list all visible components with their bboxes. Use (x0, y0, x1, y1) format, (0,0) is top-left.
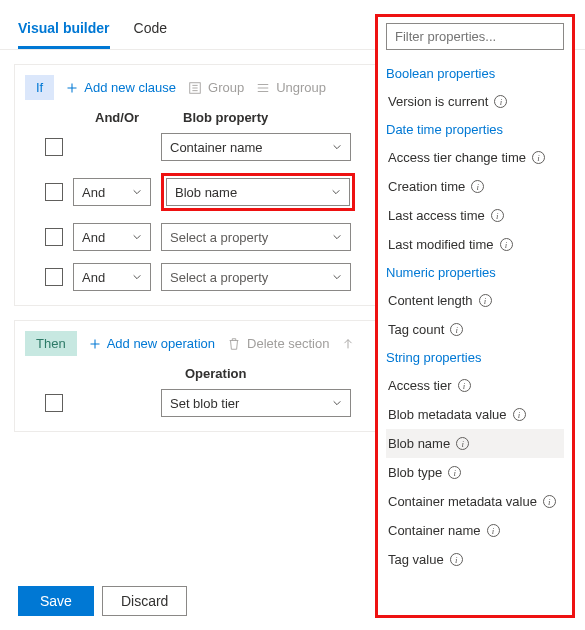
info-icon[interactable]: i (456, 437, 469, 450)
chevron-down-icon (132, 187, 142, 197)
plus-icon (66, 82, 78, 94)
dropdown-item[interactable]: Version is currenti (386, 87, 564, 116)
delete-section-button[interactable]: Delete section (227, 336, 329, 351)
chevron-down-icon (332, 142, 342, 152)
chevron-down-icon (132, 272, 142, 282)
info-icon[interactable]: i (471, 180, 484, 193)
dropdown-item-label: Access tier (388, 378, 452, 393)
dropdown-item-label: Last access time (388, 208, 485, 223)
info-icon[interactable]: i (448, 466, 461, 479)
info-icon[interactable]: i (494, 95, 507, 108)
save-button[interactable]: Save (18, 586, 94, 616)
dropdown-item-label: Access tier change time (388, 150, 526, 165)
dropdown-item-label: Container name (388, 523, 481, 538)
filter-properties-input[interactable] (386, 23, 564, 50)
dropdown-group-label: Numeric properties (386, 259, 564, 286)
property-value: Select a property (170, 230, 268, 245)
andor-select[interactable]: And (73, 223, 151, 251)
dropdown-group-label: Date time properties (386, 116, 564, 143)
row-checkbox[interactable] (45, 228, 63, 246)
info-icon[interactable]: i (450, 553, 463, 566)
dropdown-item-label: Version is current (388, 94, 488, 109)
header-andor: And/Or (95, 110, 183, 125)
info-icon[interactable]: i (450, 323, 463, 336)
dropdown-item-label: Tag count (388, 322, 444, 337)
property-value: Select a property (170, 270, 268, 285)
dropdown-item-label: Tag value (388, 552, 444, 567)
row-checkbox[interactable] (45, 183, 63, 201)
property-select[interactable]: Select a property (161, 223, 351, 251)
info-icon[interactable]: i (543, 495, 556, 508)
chevron-down-icon (332, 232, 342, 242)
property-value: Container name (170, 140, 263, 155)
ungroup-button[interactable]: Ungroup (256, 80, 326, 95)
dropdown-item[interactable]: Blob typei (386, 458, 564, 487)
info-icon[interactable]: i (513, 408, 526, 421)
discard-button[interactable]: Discard (102, 586, 187, 616)
if-pill: If (25, 75, 54, 100)
andor-value: And (82, 230, 105, 245)
dropdown-item[interactable]: Tag counti (386, 315, 564, 344)
andor-value: And (82, 270, 105, 285)
dropdown-item[interactable]: Blob metadata valuei (386, 400, 564, 429)
dropdown-item-label: Blob name (388, 436, 450, 451)
group-button[interactable]: Group (188, 80, 244, 95)
dropdown-item-label: Content length (388, 293, 473, 308)
dropdown-item[interactable]: Content lengthi (386, 286, 564, 315)
tab-visual-builder[interactable]: Visual builder (18, 20, 110, 49)
add-clause-label: Add new clause (84, 80, 176, 95)
group-icon (188, 81, 202, 95)
dropdown-item[interactable]: Last modified timei (386, 230, 564, 259)
chevron-down-icon (332, 272, 342, 282)
tab-code[interactable]: Code (134, 20, 167, 49)
dropdown-group-label: Boolean properties (386, 60, 564, 87)
info-icon[interactable]: i (500, 238, 513, 251)
property-select[interactable]: Select a property (161, 263, 351, 291)
info-icon[interactable]: i (487, 524, 500, 537)
property-value: Blob name (175, 185, 237, 200)
dropdown-item-label: Last modified time (388, 237, 494, 252)
dropdown-item[interactable]: Creation timei (386, 172, 564, 201)
property-select[interactable]: Container name (161, 133, 351, 161)
property-select[interactable]: Blob name (166, 178, 350, 206)
group-label: Group (208, 80, 244, 95)
row-checkbox[interactable] (45, 138, 63, 156)
dropdown-item[interactable]: Container namei (386, 516, 564, 545)
dropdown-item[interactable]: Container metadata valuei (386, 487, 564, 516)
info-icon[interactable]: i (491, 209, 504, 222)
trash-icon (227, 337, 241, 351)
move-up-button[interactable] (341, 337, 355, 351)
dropdown-item-label: Blob type (388, 465, 442, 480)
then-pill: Then (25, 331, 77, 356)
ungroup-label: Ungroup (276, 80, 326, 95)
dropdown-item-label: Container metadata value (388, 494, 537, 509)
property-dropdown-panel: Boolean propertiesVersion is currentiDat… (375, 14, 575, 618)
andor-select[interactable]: And (73, 263, 151, 291)
chevron-down-icon (331, 187, 341, 197)
dropdown-item[interactable]: Access tier change timei (386, 143, 564, 172)
chevron-down-icon (132, 232, 142, 242)
dropdown-item[interactable]: Blob namei (386, 429, 564, 458)
ungroup-icon (256, 81, 270, 95)
andor-select[interactable]: And (73, 178, 151, 206)
row-checkbox[interactable] (45, 268, 63, 286)
dropdown-item[interactable]: Tag valuei (386, 545, 564, 574)
plus-icon (89, 338, 101, 350)
info-icon[interactable]: i (479, 294, 492, 307)
operation-value: Set blob tier (170, 396, 239, 411)
chevron-down-icon (332, 398, 342, 408)
dropdown-item[interactable]: Last access timei (386, 201, 564, 230)
info-icon[interactable]: i (458, 379, 471, 392)
row-checkbox[interactable] (45, 394, 63, 412)
add-operation-label: Add new operation (107, 336, 215, 351)
dropdown-group-label: String properties (386, 344, 564, 371)
delete-section-label: Delete section (247, 336, 329, 351)
arrow-up-icon (341, 337, 355, 351)
dropdown-item-label: Creation time (388, 179, 465, 194)
dropdown-item-label: Blob metadata value (388, 407, 507, 422)
add-clause-button[interactable]: Add new clause (66, 80, 176, 95)
add-operation-button[interactable]: Add new operation (89, 336, 215, 351)
info-icon[interactable]: i (532, 151, 545, 164)
dropdown-item[interactable]: Access tieri (386, 371, 564, 400)
operation-select[interactable]: Set blob tier (161, 389, 351, 417)
